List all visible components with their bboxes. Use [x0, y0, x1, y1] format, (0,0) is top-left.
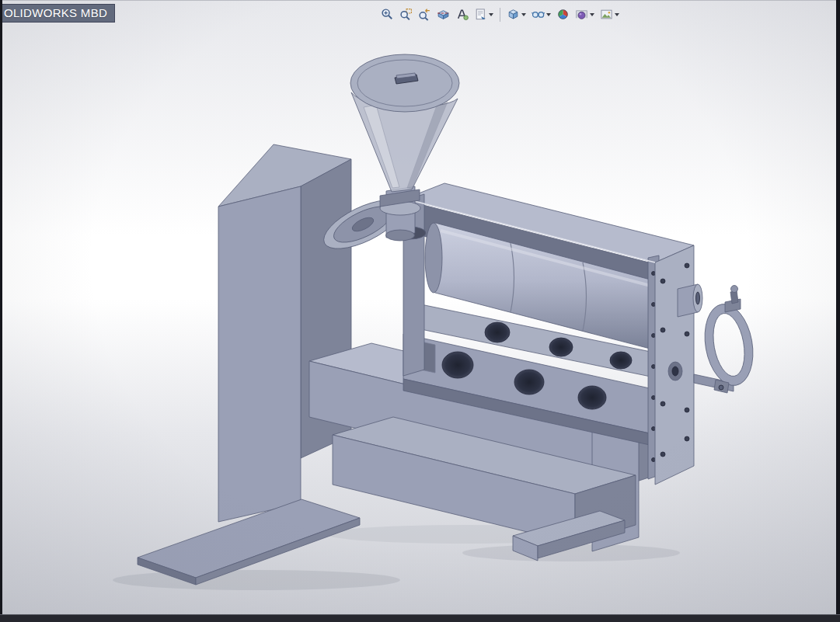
zoom-to-area-icon [399, 8, 413, 21]
dial-clamp [699, 286, 758, 394]
edit-appearance-button[interactable] [554, 5, 572, 23]
zoom-to-fit-icon [381, 8, 394, 21]
apply-scene-button[interactable] [573, 5, 597, 23]
dropdown-caret-icon [489, 13, 493, 16]
previous-view-button[interactable] [416, 5, 434, 23]
solidworks-mbd-window: OLIDWORKS MBD [0, 0, 840, 622]
heads-up-toolbar [378, 5, 622, 23]
apply-scene-icon [575, 8, 588, 21]
dynamic-annotation-views-button[interactable] [453, 5, 471, 23]
toolbar-divider [500, 8, 500, 22]
previous-view-icon [418, 8, 431, 21]
view-orientation-button[interactable] [504, 5, 528, 23]
dynamic-annotation-views-icon [455, 8, 469, 21]
edit-appearance-icon [556, 8, 570, 21]
hide-show-items-button[interactable] [529, 5, 553, 23]
section-view-icon [437, 8, 450, 21]
dropdown-caret-icon [521, 13, 526, 16]
annotation-views-icon [474, 8, 487, 21]
annotation-views-button[interactable] [472, 5, 496, 23]
solidworks-mbd-badge: OLIDWORKS MBD [0, 4, 115, 23]
extruder-model [0, 0, 840, 622]
dropdown-caret-icon [615, 13, 619, 16]
dropdown-caret-icon [590, 13, 594, 16]
hide-show-items-icon [532, 8, 545, 21]
section-view-button[interactable] [434, 5, 452, 23]
zoom-to-fit-button[interactable] [378, 5, 396, 23]
view-orientation-icon [507, 8, 520, 21]
view-settings-button[interactable] [598, 5, 622, 23]
zoom-to-area-button[interactable] [397, 5, 415, 23]
dropdown-caret-icon [546, 13, 551, 16]
view-settings-icon [600, 8, 613, 21]
3d-viewport[interactable]: OLIDWORKS MBD [0, 0, 840, 622]
